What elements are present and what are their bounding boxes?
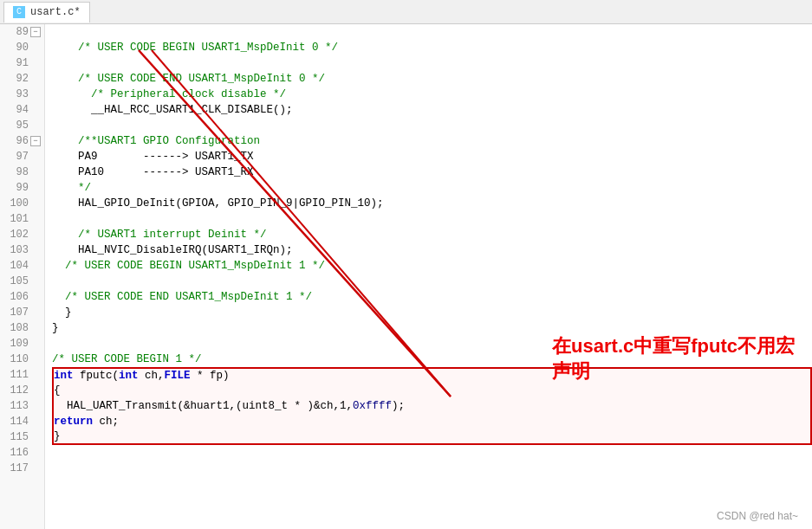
code-line: /* USER CODE BEGIN USART1_MspDeInit 1 */ bbox=[52, 258, 812, 274]
code-line: /* USER CODE END USART1_MspDeInit 1 */ bbox=[52, 289, 812, 305]
line-number-row: 111 bbox=[0, 367, 44, 383]
line-number-row: 114 bbox=[0, 414, 44, 429]
line-number-row: 112 bbox=[0, 383, 44, 398]
line-number-row: 106 bbox=[0, 289, 44, 305]
code-line bbox=[52, 274, 812, 289]
code-line bbox=[52, 55, 812, 71]
line-numbers: 89−90919293949596−9798991001011021031041… bbox=[0, 24, 45, 529]
code-line: { bbox=[52, 383, 812, 398]
usart-tab[interactable]: C usart.c* bbox=[3, 2, 90, 23]
line-number-row: 91 bbox=[0, 55, 44, 71]
code-line bbox=[52, 24, 812, 40]
code-line: } bbox=[52, 429, 812, 445]
line-number-row: 109 bbox=[0, 336, 44, 352]
code-line: /* USER CODE BEGIN USART1_MspDeInit 0 */ bbox=[52, 40, 812, 55]
code-line bbox=[52, 445, 812, 461]
code-line: HAL_UART_Transmit(&huart1,(uint8_t * )&c… bbox=[52, 398, 812, 414]
line-number-row: 113 bbox=[0, 398, 44, 414]
code-line: */ bbox=[52, 180, 812, 196]
code-line: /* Peripheral clock disable */ bbox=[52, 87, 812, 102]
code-line: HAL_NVIC_DisableIRQ(USART1_IRQn); bbox=[52, 242, 812, 258]
code-line: /* USER CODE END USART1_MspDeInit 0 */ bbox=[52, 71, 812, 87]
line-number-row: 97 bbox=[0, 149, 44, 165]
line-number-row: 102 bbox=[0, 227, 44, 242]
code-line: int fputc(int ch,FILE * fp) bbox=[52, 367, 812, 383]
line-number-row: 107 bbox=[0, 305, 44, 320]
line-number-row: 99 bbox=[0, 180, 44, 196]
fold-icon[interactable]: − bbox=[30, 136, 41, 146]
code-line bbox=[52, 211, 812, 227]
code-line: } bbox=[52, 320, 812, 336]
line-number-row: 110 bbox=[0, 352, 44, 367]
tab-bar: C usart.c* bbox=[0, 0, 812, 24]
code-line: /**USART1 GPIO Configuration bbox=[52, 133, 812, 149]
line-number-row: 98 bbox=[0, 165, 44, 180]
code-line: __HAL_RCC_USART1_CLK_DISABLE(); bbox=[52, 102, 812, 118]
code-line: return ch; bbox=[52, 414, 812, 429]
line-number-row: 103 bbox=[0, 242, 44, 258]
line-number-row: 101 bbox=[0, 211, 44, 227]
code-line: /* USER CODE BEGIN 1 */ bbox=[52, 352, 812, 367]
line-number-row: 115 bbox=[0, 429, 44, 445]
tab-label: usart.c* bbox=[30, 6, 81, 18]
fold-icon[interactable]: − bbox=[30, 27, 41, 37]
code-line: } bbox=[52, 305, 812, 320]
code-line bbox=[52, 118, 812, 133]
line-number-row: 96− bbox=[0, 133, 44, 149]
line-number-row: 95 bbox=[0, 118, 44, 133]
line-number-row: 90 bbox=[0, 40, 44, 55]
code-area[interactable]: /* USER CODE BEGIN USART1_MspDeInit 0 */… bbox=[45, 24, 812, 529]
line-number-row: 93 bbox=[0, 87, 44, 102]
watermark: CSDN @red hat~ bbox=[717, 510, 798, 522]
code-line bbox=[52, 336, 812, 352]
line-number-row: 89− bbox=[0, 24, 44, 40]
line-number-row: 100 bbox=[0, 196, 44, 211]
line-number-row: 117 bbox=[0, 461, 44, 476]
line-number-row: 92 bbox=[0, 71, 44, 87]
line-number-row: 108 bbox=[0, 320, 44, 336]
code-line: /* USART1 interrupt Deinit */ bbox=[52, 227, 812, 242]
file-icon: C bbox=[13, 6, 25, 18]
code-line: PA10 ------> USART1_RX bbox=[52, 165, 812, 180]
editor: 89−90919293949596−9798991001011021031041… bbox=[0, 24, 812, 529]
line-number-row: 94 bbox=[0, 102, 44, 118]
code-line bbox=[52, 461, 812, 476]
line-number-row: 116 bbox=[0, 445, 44, 461]
code-line: PA9 ------> USART1_TX bbox=[52, 149, 812, 165]
line-number-row: 105 bbox=[0, 274, 44, 289]
line-number-row: 104 bbox=[0, 258, 44, 274]
code-line: HAL_GPIO_DeInit(GPIOA, GPIO_PIN_9|GPIO_P… bbox=[52, 196, 812, 211]
